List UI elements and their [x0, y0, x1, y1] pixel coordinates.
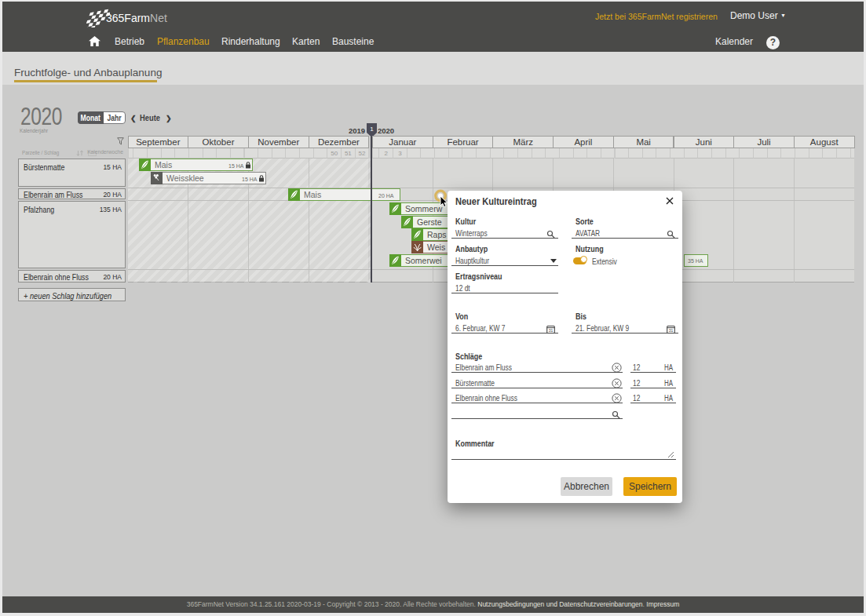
svg-text:1: 1	[370, 126, 374, 133]
svg-text:31: 31	[669, 328, 674, 333]
svg-text:31: 31	[549, 328, 554, 333]
